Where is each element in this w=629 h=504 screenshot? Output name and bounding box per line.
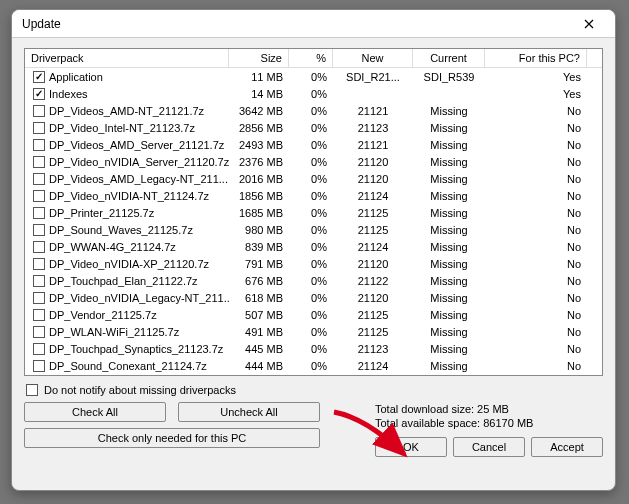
table-row[interactable]: DP_Video_Intel-NT_21123.7z2856 MB0%21123… [25, 119, 602, 136]
row-size: 2016 MB [229, 173, 289, 185]
row-new: SDI_R21... [333, 71, 413, 83]
row-size: 1856 MB [229, 190, 289, 202]
row-pct: 0% [289, 156, 333, 168]
row-pct: 0% [289, 275, 333, 287]
table-row[interactable]: DP_Touchpad_Elan_21122.7z676 MB0%21122Mi… [25, 272, 602, 289]
col-pct[interactable]: % [289, 49, 333, 67]
row-size: 980 MB [229, 224, 289, 236]
row-size: 839 MB [229, 241, 289, 253]
table-row[interactable]: DP_Sound_Conexant_21124.7z444 MB0%21124M… [25, 357, 602, 374]
row-size: 1685 MB [229, 207, 289, 219]
row-checkbox[interactable] [33, 224, 45, 236]
row-pct: 0% [289, 139, 333, 151]
table-row[interactable]: DP_Vendor_21125.7z507 MB0%21125MissingNo [25, 306, 602, 323]
row-name: DP_Printer_21125.7z [49, 207, 154, 219]
row-checkbox[interactable] [33, 241, 45, 253]
row-name: DP_Sound_Waves_21125.7z [49, 224, 193, 236]
cancel-button[interactable]: Cancel [453, 437, 525, 457]
row-name: DP_WWAN-4G_21124.7z [49, 241, 176, 253]
row-forpc: No [485, 105, 587, 117]
table-row[interactable]: DP_Videos_AMD_Legacy-NT_211...2016 MB0%2… [25, 170, 602, 187]
row-forpc: No [485, 224, 587, 236]
content-area: Driverpack Size % New Current For this P… [12, 38, 615, 490]
row-name: DP_Sound_Conexant_21124.7z [49, 360, 207, 372]
table-row[interactable]: Application11 MB0%SDI_R21...SDI_R539Yes [25, 68, 602, 85]
row-checkbox[interactable] [33, 207, 45, 219]
row-size: 507 MB [229, 309, 289, 321]
row-checkbox[interactable] [33, 258, 45, 270]
row-forpc: No [485, 139, 587, 151]
row-forpc: Yes [485, 71, 587, 83]
row-checkbox[interactable] [33, 173, 45, 185]
table-row[interactable]: DP_Video_nVIDIA_Legacy-NT_211...618 MB0%… [25, 289, 602, 306]
row-size: 11 MB [229, 71, 289, 83]
row-name: DP_Video_nVIDIA_Server_21120.7z [49, 156, 229, 168]
table-row[interactable]: Indexes14 MB0%Yes [25, 85, 602, 102]
row-checkbox[interactable] [33, 309, 45, 321]
row-name: DP_Video_Intel-NT_21123.7z [49, 122, 195, 134]
row-current: Missing [413, 139, 485, 151]
row-checkbox[interactable] [33, 156, 45, 168]
table-row[interactable]: DP_Video_nVIDIA_Server_21120.7z2376 MB0%… [25, 153, 602, 170]
row-current: Missing [413, 207, 485, 219]
col-driverpack[interactable]: Driverpack [25, 49, 229, 67]
total-space: Total available space: 86170 MB [375, 416, 603, 430]
row-size: 2856 MB [229, 122, 289, 134]
row-pct: 0% [289, 309, 333, 321]
row-name: DP_Video_nVIDIA-XP_21120.7z [49, 258, 209, 270]
row-pct: 0% [289, 88, 333, 100]
row-checkbox[interactable] [33, 275, 45, 287]
row-checkbox[interactable] [33, 105, 45, 117]
row-checkbox[interactable] [33, 71, 45, 83]
list-rows[interactable]: Application11 MB0%SDI_R21...SDI_R539YesI… [25, 68, 602, 375]
col-size[interactable]: Size [229, 49, 289, 67]
row-new: 21124 [333, 190, 413, 202]
row-current: Missing [413, 190, 485, 202]
table-row[interactable]: DP_WWAN-4G_21124.7z839 MB0%21124MissingN… [25, 238, 602, 255]
row-name: DP_Videos_AMD_Legacy-NT_211... [49, 173, 228, 185]
row-pct: 0% [289, 224, 333, 236]
action-buttons: OK Cancel Accept [375, 437, 603, 457]
check-needed-button[interactable]: Check only needed for this PC [24, 428, 320, 448]
row-new: 21120 [333, 258, 413, 270]
table-row[interactable]: DP_Sound_Waves_21125.7z980 MB0%21125Miss… [25, 221, 602, 238]
row-new: 21125 [333, 326, 413, 338]
row-checkbox[interactable] [33, 326, 45, 338]
close-button[interactable] [569, 13, 609, 35]
row-forpc: No [485, 190, 587, 202]
row-checkbox[interactable] [33, 88, 45, 100]
table-row[interactable]: DP_Touchpad_Synaptics_21123.7z445 MB0%21… [25, 340, 602, 357]
notify-checkbox[interactable] [26, 384, 38, 396]
row-checkbox[interactable] [33, 122, 45, 134]
total-download: Total download size: 25 MB [375, 402, 603, 416]
row-checkbox[interactable] [33, 343, 45, 355]
row-checkbox[interactable] [33, 360, 45, 372]
row-pct: 0% [289, 241, 333, 253]
row-size: 3642 MB [229, 105, 289, 117]
row-checkbox[interactable] [33, 190, 45, 202]
uncheck-all-button[interactable]: Uncheck All [178, 402, 320, 422]
table-row[interactable]: DP_Video_nVIDIA-XP_21120.7z791 MB0%21120… [25, 255, 602, 272]
table-row[interactable]: DP_Videos_AMD-NT_21121.7z3642 MB0%21121M… [25, 102, 602, 119]
row-forpc: No [485, 326, 587, 338]
col-new[interactable]: New [333, 49, 413, 67]
table-row[interactable]: DP_Video_nVIDIA-NT_21124.7z1856 MB0%2112… [25, 187, 602, 204]
table-row[interactable]: DP_WLAN-WiFi_21125.7z491 MB0%21125Missin… [25, 323, 602, 340]
row-name: Indexes [49, 88, 88, 100]
row-pct: 0% [289, 122, 333, 134]
close-icon [584, 19, 594, 29]
row-size: 618 MB [229, 292, 289, 304]
ok-button[interactable]: OK [375, 437, 447, 457]
row-pct: 0% [289, 343, 333, 355]
row-current: Missing [413, 224, 485, 236]
row-checkbox[interactable] [33, 292, 45, 304]
col-current[interactable]: Current [413, 49, 485, 67]
check-all-button[interactable]: Check All [24, 402, 166, 422]
row-new: 21122 [333, 275, 413, 287]
accept-button[interactable]: Accept [531, 437, 603, 457]
col-forpc[interactable]: For this PC? [485, 49, 587, 67]
row-forpc: No [485, 360, 587, 372]
row-checkbox[interactable] [33, 139, 45, 151]
table-row[interactable]: DP_Printer_21125.7z1685 MB0%21125Missing… [25, 204, 602, 221]
table-row[interactable]: DP_Videos_AMD_Server_21121.7z2493 MB0%21… [25, 136, 602, 153]
